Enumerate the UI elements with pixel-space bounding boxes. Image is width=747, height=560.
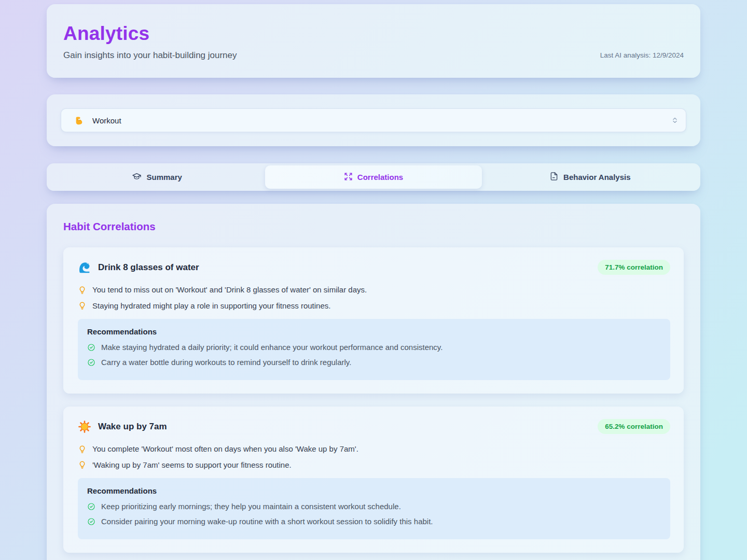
- check-circle-icon: [87, 343, 95, 352]
- habit-correlations-card: Habit Correlations Drink 8 glasses of wa…: [47, 204, 700, 560]
- document-icon: [549, 172, 559, 183]
- lightbulb-icon: [78, 460, 87, 469]
- lightbulb-icon: [78, 301, 87, 310]
- correlation-badge: 65.2% correlation: [598, 419, 670, 434]
- page-title: Analytics: [63, 23, 684, 45]
- recommendations-box: Recommendations Make staying hydrated a …: [78, 319, 670, 380]
- recommendation-item: Make staying hydrated a daily priority; …: [87, 343, 661, 352]
- correlation-card-header: Wake up by 7am 65.2% correlation: [78, 419, 670, 434]
- tab-label: Summary: [146, 173, 182, 181]
- correlation-title: Drink 8 glasses of water: [98, 262, 199, 273]
- last-analysis-timestamp: Last AI analysis: 12/9/2024: [600, 51, 684, 59]
- insight-text: 'Waking up by 7am' seems to support your…: [92, 460, 292, 469]
- recommendation-text: Make staying hydrated a daily priority; …: [101, 343, 442, 352]
- flexed-biceps-icon: [73, 114, 86, 127]
- insights-list: You complete 'Workout' most often on day…: [78, 444, 670, 469]
- sun-icon: [78, 420, 91, 433]
- recommendations-title: Recommendations: [87, 486, 661, 495]
- recommendations-title: Recommendations: [87, 327, 661, 336]
- page-subtitle: Gain insights into your habit-building j…: [63, 50, 684, 61]
- recommendation-item: Consider pairing your morning wake-up ro…: [87, 517, 661, 526]
- recommendation-text: Carry a water bottle during workouts to …: [101, 358, 351, 367]
- recommendations-box: Recommendations Keep prioritizing early …: [78, 478, 670, 539]
- page-header-card: Analytics Gain insights into your habit-…: [47, 4, 700, 78]
- correlation-title: Wake up by 7am: [98, 422, 167, 432]
- lightbulb-icon: [78, 445, 87, 454]
- insights-list: You tend to miss out on 'Workout' and 'D…: [78, 285, 670, 310]
- graduation-cap-icon: [132, 172, 142, 183]
- habit-selector-card: Workout: [47, 94, 700, 146]
- check-circle-icon: [87, 358, 95, 367]
- insight-item: You complete 'Workout' most often on day…: [78, 444, 670, 454]
- tab-summary[interactable]: Summary: [49, 165, 265, 189]
- tab-label: Correlations: [357, 173, 403, 181]
- habit-select[interactable]: Workout: [61, 108, 686, 132]
- tab-correlations[interactable]: Correlations: [265, 165, 481, 189]
- insight-text: You tend to miss out on 'Workout' and 'D…: [92, 285, 367, 294]
- insight-item: Staying hydrated might play a role in su…: [78, 301, 670, 311]
- insight-text: You complete 'Workout' most often on day…: [92, 444, 358, 453]
- section-title: Habit Correlations: [63, 220, 684, 233]
- water-wave-icon: [78, 261, 91, 274]
- recommendation-text: Keep prioritizing early mornings; they h…: [101, 502, 401, 511]
- habit-select-value: Workout: [92, 116, 121, 125]
- tab-label: Behavior Analysis: [563, 173, 631, 181]
- correlation-badge: 71.7% correlation: [598, 260, 670, 275]
- insight-text: Staying hydrated might play a role in su…: [92, 301, 330, 310]
- check-circle-icon: [87, 517, 95, 526]
- recommendation-item: Carry a water bottle during workouts to …: [87, 358, 661, 367]
- recommendation-text: Consider pairing your morning wake-up ro…: [101, 517, 433, 526]
- insight-item: You tend to miss out on 'Workout' and 'D…: [78, 285, 670, 295]
- recommendation-item: Keep prioritizing early mornings; they h…: [87, 502, 661, 511]
- correlation-card-water: Drink 8 glasses of water 71.7% correlati…: [63, 247, 684, 394]
- correlation-card-wakeup: Wake up by 7am 65.2% correlation You com…: [63, 407, 684, 553]
- expand-arrows-icon: [344, 172, 353, 183]
- tab-behavior-analysis[interactable]: Behavior Analysis: [482, 165, 698, 189]
- lightbulb-icon: [78, 286, 87, 295]
- check-circle-icon: [87, 502, 95, 511]
- insight-item: 'Waking up by 7am' seems to support your…: [78, 460, 670, 470]
- analytics-page: Analytics Gain insights into your habit-…: [47, 0, 700, 560]
- select-chevrons-icon: [671, 117, 679, 124]
- analytics-tab-bar: Summary Correlations Behavi: [47, 163, 700, 191]
- correlation-card-header: Drink 8 glasses of water 71.7% correlati…: [78, 260, 670, 275]
